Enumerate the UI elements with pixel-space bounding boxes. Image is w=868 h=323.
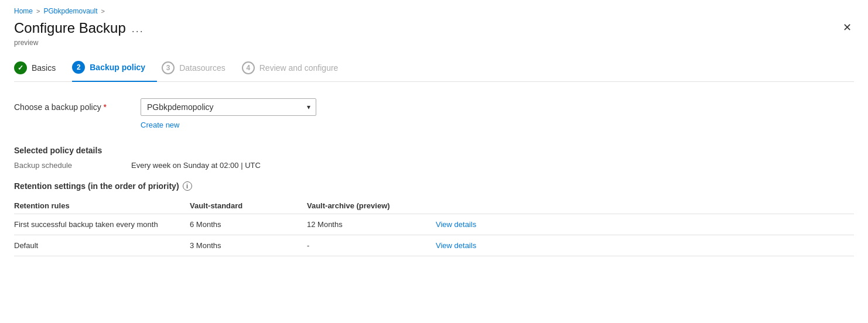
step-basics[interactable]: ✓ Basics [14,57,67,81]
page-header: Configure Backup ... ✕ [14,20,854,36]
wizard-steps: ✓ Basics 2 Backup policy 3 Datasources 4… [14,56,854,82]
rule-1-action: View details [436,214,854,235]
step-1-circle: ✓ [14,61,27,74]
breadcrumb-home[interactable]: Home [14,7,33,15]
required-star: * [104,102,107,112]
title-group: Configure Backup ... [14,20,144,36]
close-button[interactable]: ✕ [840,20,854,35]
col-header-archive: Vault-archive (preview) [307,198,436,214]
backup-schedule-value: Every week on Sunday at 02:00 | UTC [131,161,261,170]
col-header-action [436,198,854,214]
policy-select[interactable]: PGbkpdemopolicy [141,98,316,116]
page-subtitle: preview [14,39,854,47]
step-2-label: Backup policy [90,63,145,72]
table-row: First successful backup taken every mont… [14,214,854,235]
step-4-circle: 4 [242,61,255,74]
backup-schedule-label: Backup schedule [14,161,131,170]
view-details-link-2[interactable]: View details [436,241,476,250]
rule-2-standard: 3 Months [190,235,307,256]
step-review[interactable]: 4 Review and configure [242,57,350,81]
page-title: Configure Backup [14,20,126,36]
retention-title: Retention settings (in the order of prio… [14,181,854,191]
col-header-standard: Vault-standard [190,198,307,214]
rule-1-standard: 6 Months [190,214,307,235]
retention-section: Retention settings (in the order of prio… [14,181,854,256]
breadcrumb-sep-1: > [36,8,40,15]
breadcrumb-vault[interactable]: PGbkpdemovault [43,7,97,15]
rule-1-archive: 12 Months [307,214,436,235]
create-new-link[interactable]: Create new [141,121,854,129]
policy-row: Choose a backup policy * PGbkpdemopolicy… [14,98,854,116]
info-icon[interactable]: i [183,181,192,191]
step-4-label: Review and configure [259,63,339,73]
more-options-icon[interactable]: ... [132,23,144,35]
rule-2-action: View details [436,235,854,256]
backup-policy-form: Choose a backup policy * PGbkpdemopolicy… [14,98,854,129]
page-container: Home > PGbkpdemovault > Configure Backup… [0,0,868,270]
breadcrumb-sep-2: > [101,8,105,15]
step-2-circle: 2 [72,61,85,74]
backup-schedule-row: Backup schedule Every week on Sunday at … [14,161,854,170]
table-row: Default 3 Months - View details [14,235,854,256]
retention-table: Retention rules Vault-standard Vault-arc… [14,198,854,256]
breadcrumb: Home > PGbkpdemovault > [14,7,854,15]
col-header-rules: Retention rules [14,198,190,214]
policy-label: Choose a backup policy * [14,102,131,112]
step-3-circle: 3 [162,61,175,74]
step-datasources[interactable]: 3 Datasources [162,57,237,81]
step-1-label: Basics [32,63,56,73]
policy-select-wrapper: PGbkpdemopolicy ▾ [141,98,316,116]
view-details-link-1[interactable]: View details [436,220,476,229]
rule-2-archive: - [307,235,436,256]
step-backup-policy[interactable]: 2 Backup policy [72,56,157,82]
policy-details-title: Selected policy details [14,146,854,155]
rule-1-name: First successful backup taken every mont… [14,214,190,235]
policy-details-section: Selected policy details Backup schedule … [14,146,854,170]
rule-2-name: Default [14,235,190,256]
table-header-row: Retention rules Vault-standard Vault-arc… [14,198,854,214]
step-3-label: Datasources [179,63,225,73]
